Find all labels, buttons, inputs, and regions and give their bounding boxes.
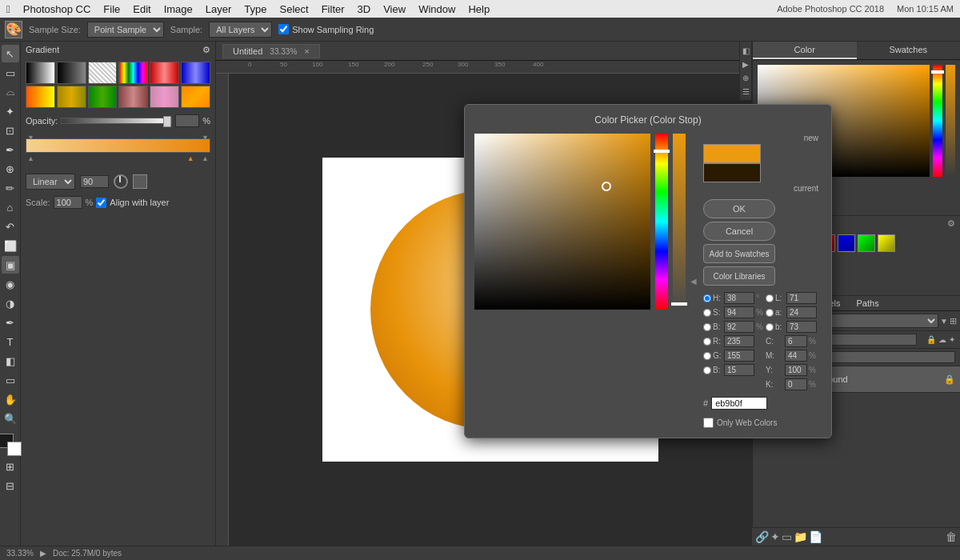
gradient-swatch-pink[interactable] [150, 86, 179, 108]
quick-mask-tool[interactable]: ⊞ [2, 458, 19, 475]
b2-radio[interactable] [703, 366, 711, 374]
r-radio[interactable] [703, 338, 711, 346]
h-input[interactable] [724, 292, 754, 304]
menu-layer[interactable]: Layer [206, 3, 232, 15]
gradient-swatch-hatch[interactable] [88, 62, 118, 84]
hue-slider[interactable] [933, 65, 942, 177]
gradient-swatch-green[interactable] [88, 86, 118, 108]
new-layer-icon[interactable]: 📄 [809, 530, 822, 543]
gradient-extra-btn[interactable] [133, 174, 147, 189]
text-tool[interactable]: T [2, 333, 19, 350]
gradient-swatch-brown[interactable] [118, 86, 148, 108]
swatches-tab[interactable]: Swatches [857, 42, 961, 59]
gradient-swatch-active[interactable] [181, 86, 210, 108]
picker-alpha-slider[interactable] [673, 134, 686, 310]
gradient-swatch-gold[interactable] [57, 86, 86, 108]
gradient-swatch-transparent[interactable] [57, 62, 86, 84]
picker-hue-slider[interactable] [655, 134, 668, 310]
h-radio[interactable] [703, 294, 711, 302]
eraser-tool[interactable]: ⬜ [2, 237, 19, 254]
hex-input[interactable] [711, 397, 767, 410]
picker-color-field[interactable] [474, 134, 650, 310]
show-sampling-ring-checkbox[interactable]: Show Sampling Ring [278, 24, 374, 34]
menu-select[interactable]: Select [280, 3, 309, 15]
opacity-input[interactable] [175, 114, 199, 127]
foreground-background-colors[interactable] [0, 434, 22, 456]
shape-tool[interactable]: ▭ [2, 371, 19, 389]
lasso-tool[interactable]: ⌓ [2, 83, 19, 101]
add-style-icon[interactable]: ✦ [770, 530, 780, 543]
b3-radio[interactable] [766, 323, 774, 331]
menu-filter[interactable]: Filter [322, 3, 345, 15]
a-input[interactable] [786, 306, 817, 318]
menu-type[interactable]: Type [244, 3, 266, 15]
gradient-swatch-orange[interactable] [26, 86, 55, 108]
status-arrow[interactable]: ▶ [40, 549, 46, 558]
gradient-type-select[interactable]: Linear Radial Angle [26, 174, 75, 190]
background-color[interactable] [7, 442, 22, 456]
r-input[interactable] [724, 335, 754, 347]
magic-wand-tool[interactable]: ✦ [2, 102, 19, 120]
menu-image[interactable]: Image [164, 3, 193, 15]
mini-btn-1[interactable]: ◧ [740, 45, 751, 56]
sampling-ring-check[interactable] [278, 24, 289, 34]
move-tool[interactable]: ↖ [2, 45, 19, 62]
gradient-swatch-spectrum[interactable] [118, 62, 148, 84]
link-layers-icon[interactable]: 🔗 [755, 530, 769, 543]
gradient-bar-wrapper[interactable]: ▼▼ ▲ ▲ ▲ [26, 134, 210, 158]
color-tab[interactable]: Color [753, 42, 857, 59]
menu-photoshop[interactable]: Photoshop CC [23, 3, 91, 15]
gradient-swatch-bw[interactable] [26, 62, 55, 84]
menu-window[interactable]: Window [418, 3, 455, 15]
style-item[interactable] [858, 234, 875, 252]
mini-btn-3[interactable]: ⊕ [740, 72, 751, 83]
s-input[interactable] [724, 306, 754, 318]
mini-btn-2[interactable]: ▶ [740, 58, 751, 70]
sample-size-select[interactable]: Point Sample [87, 22, 164, 38]
b2-input[interactable] [724, 364, 754, 376]
l-radio[interactable] [766, 294, 774, 302]
clone-tool[interactable]: ⌂ [2, 198, 19, 216]
b-input[interactable] [724, 321, 754, 333]
style-item[interactable] [878, 234, 895, 252]
crop-tool[interactable]: ⊡ [2, 122, 19, 139]
selection-tool[interactable]: ▭ [2, 64, 19, 82]
gradient-swatch-red[interactable] [150, 62, 179, 84]
gradient-swatch-blue[interactable] [181, 62, 210, 84]
l-input[interactable] [786, 292, 817, 304]
b-radio[interactable] [703, 323, 711, 331]
brush-tool[interactable]: ✏ [2, 179, 19, 197]
color-libraries-button[interactable]: Color Libraries [703, 266, 775, 286]
a-radio[interactable] [766, 309, 774, 317]
gradient-bar[interactable] [26, 138, 210, 153]
style-item[interactable] [838, 234, 855, 252]
menu-3d[interactable]: 3D [358, 3, 371, 15]
scale-input[interactable] [54, 196, 82, 209]
blur-tool[interactable]: ◉ [2, 275, 19, 293]
align-with-layer-row[interactable]: Align with layer [96, 198, 169, 208]
menu-file[interactable]: File [103, 3, 120, 15]
ok-button[interactable]: OK [703, 199, 775, 218]
add-mask-icon[interactable]: ▭ [782, 530, 792, 543]
b3-input[interactable] [786, 321, 817, 333]
y-input[interactable] [785, 364, 807, 376]
delete-layer-icon[interactable]: 🗑 [946, 530, 957, 543]
close-tab-icon[interactable]: × [304, 46, 309, 56]
g-input[interactable] [724, 350, 754, 362]
align-checkbox[interactable] [96, 198, 106, 208]
alpha-slider[interactable] [946, 65, 955, 177]
path-select-tool[interactable]: ◧ [2, 352, 19, 370]
healing-tool[interactable]: ⊕ [2, 160, 19, 178]
menu-view[interactable]: View [383, 3, 406, 15]
new-group-icon[interactable]: 📁 [794, 530, 807, 543]
k-input[interactable] [785, 378, 807, 390]
layers-options-icon[interactable]: ⊞ [950, 316, 957, 326]
gradient-options-icon[interactable]: ⚙ [202, 45, 210, 55]
apple-menu[interactable]:  [6, 3, 10, 15]
add-to-swatches-button[interactable]: Add to Swatches [703, 244, 775, 263]
m-input[interactable] [785, 350, 807, 362]
s-radio[interactable] [703, 309, 711, 317]
sample-select[interactable]: All Layers [209, 22, 272, 38]
paths-tab[interactable]: Paths [849, 296, 887, 310]
only-web-colors-checkbox[interactable] [703, 418, 714, 428]
